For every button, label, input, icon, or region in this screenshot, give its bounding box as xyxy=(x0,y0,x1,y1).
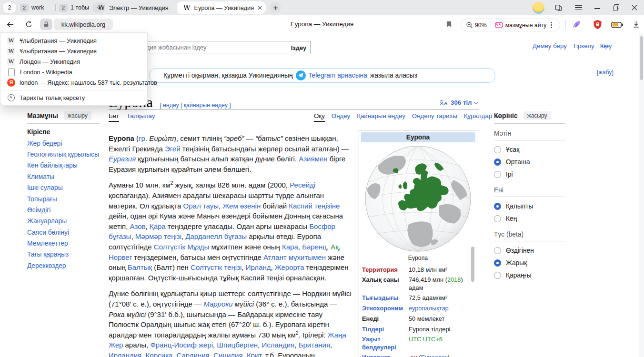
tab-electr[interactable]: W Электр — Уикипедия xyxy=(95,0,169,15)
radio-option[interactable]: Ұсақ xyxy=(494,143,565,156)
infobox-row-value: еуропалықтар xyxy=(409,305,474,313)
inner-scrollbar-thumb[interactable] xyxy=(471,247,474,282)
toc-header: Мазмұны xyxy=(27,112,58,119)
header-link[interactable]: Тіркелу xyxy=(573,42,594,50)
appearance-section-width: Ені Қалыпты Кең xyxy=(494,187,565,225)
toc-item[interactable]: Геологиялық құрылысы xyxy=(27,149,100,160)
toc-item[interactable]: Жануарлары xyxy=(27,216,100,227)
window-minimize-button[interactable] xyxy=(593,4,602,13)
toc-item[interactable]: Жер бедері xyxy=(27,138,100,149)
wiki-search-button[interactable]: Іздеу xyxy=(287,41,311,54)
page-tab[interactable]: Қайнарын өңдеу xyxy=(357,112,405,122)
radio-option[interactable]: Қараңғы xyxy=(494,269,565,281)
radio-icon xyxy=(494,171,501,178)
downloads-button[interactable] xyxy=(631,20,641,29)
infobox-row-label: Территория xyxy=(362,266,406,274)
banner-close-link[interactable]: [жабу] xyxy=(597,69,614,76)
read-aloud-button[interactable]: мазмұнын айту xyxy=(505,22,547,29)
zoom-level[interactable]: 90% xyxy=(475,22,487,29)
adblock-extension-button[interactable] xyxy=(592,19,603,30)
tab-europa-active[interactable]: W Еуропа — Уикипедия xyxy=(177,1,266,14)
radio-label: Орташа xyxy=(506,159,530,166)
languages-icon: A xyxy=(439,99,448,106)
article-paragraph: Аумағы 10 млн. км2 жуық, халқы 826 млн. … xyxy=(109,180,352,283)
back-arrow-icon xyxy=(6,20,15,29)
toc-item[interactable]: Кен байлықтары xyxy=(27,160,100,171)
header-link[interactable]: Демеу беру xyxy=(533,42,567,50)
appearance-panel: Көрініс жасыру Мәтін Ұсақ xyxy=(494,111,565,281)
bookmark-icon xyxy=(446,21,452,28)
tab-group-work[interactable]: 2 work xyxy=(20,2,44,13)
tab-group-toby[interactable]: 2 1 тобы xyxy=(59,2,89,13)
radio-option[interactable]: Ірі xyxy=(494,168,565,180)
title-divider xyxy=(109,109,479,110)
svg-text:A: A xyxy=(444,100,447,106)
toc-item[interactable]: Тағы қараңыз xyxy=(27,249,100,260)
toc-item[interactable]: Мемлекеттер xyxy=(27,238,100,249)
suggestion-item[interactable]: Ұлыбритания — Уикипедия xyxy=(0,46,147,56)
radio-option[interactable]: Орташа xyxy=(494,156,565,168)
article-paragraph: Дүние бөлігінің құрлықтағы қиыр шеттері:… xyxy=(109,288,352,357)
scrollbar-thumb[interactable] xyxy=(640,36,643,80)
pill-more-button[interactable] xyxy=(551,22,552,28)
scrollbar-track[interactable] xyxy=(639,33,644,357)
browser-menu-button[interactable] xyxy=(574,3,583,12)
toc-item[interactable]: Өсімдігі xyxy=(27,205,100,216)
window-maximize-button[interactable] xyxy=(612,3,620,12)
site-security-button[interactable] xyxy=(40,19,52,30)
language-selector[interactable]: A 306 тіл xyxy=(439,99,477,106)
back-button[interactable] xyxy=(5,20,15,29)
window-close-button[interactable] xyxy=(630,3,639,12)
title-edit-links[interactable]: [ өңдеу | қайнарын өңдеу ] xyxy=(160,102,231,109)
radio-option[interactable]: Өздігінен xyxy=(494,244,565,257)
telegram-channel-link[interactable]: Telegram арнасына xyxy=(309,72,367,79)
toc-item[interactable]: Ішкі сулары xyxy=(27,182,100,193)
toc-item[interactable]: Кіріспе xyxy=(27,127,100,138)
reload-button[interactable] xyxy=(24,20,33,29)
suggestion-item[interactable]: Ұлыбритания — Уикипедия xyxy=(0,35,147,46)
editor-extension-button[interactable] xyxy=(572,19,582,30)
show-full-history-item[interactable]: Тарихты толық көрсету xyxy=(0,92,147,103)
browser-toolbar: kk.wikipedia.org Еуропа — Уикипедия 90% … xyxy=(0,15,644,34)
close-tab-icon[interactable] xyxy=(258,6,262,10)
radio-label: Кең xyxy=(506,215,517,222)
infobox-row-label: Халық саны xyxy=(362,276,406,292)
zoom-out-icon[interactable] xyxy=(466,21,473,29)
radio-option[interactable]: Жарық xyxy=(494,257,565,269)
address-bar-domain[interactable]: kk.wikipedia.org xyxy=(54,19,113,30)
appearance-hide-button[interactable]: жасыру xyxy=(523,111,551,120)
hamburger-icon xyxy=(575,5,582,10)
page-tab[interactable]: Бет xyxy=(109,112,119,122)
side-panel-button[interactable] xyxy=(554,3,563,12)
page-tab[interactable]: Өңдеу xyxy=(332,112,350,122)
radio-option[interactable]: Қалыпты xyxy=(494,200,565,212)
tab-group-collapsed[interactable]: 2 xyxy=(3,2,16,13)
toc-item[interactable]: Саяси бөлінуі xyxy=(27,227,100,238)
radio-option[interactable]: Кең xyxy=(494,212,565,225)
table-of-contents: Мазмұны жасыру КіріспеЖер бедеріГеология… xyxy=(27,111,100,271)
suggestion-item[interactable]: london — Яндекс: нашлось 587 тыс. резуль… xyxy=(0,77,147,88)
toc-item[interactable]: Топырағы xyxy=(27,193,100,204)
europe-globe-image xyxy=(364,145,472,253)
show-history-label: Тарихты толық көрсету xyxy=(20,94,85,101)
profile-avatar[interactable] xyxy=(533,2,544,14)
bookmark-button[interactable] xyxy=(445,20,452,28)
infobox-image[interactable] xyxy=(361,145,475,253)
suggestion-item[interactable]: London - Wikipedia xyxy=(0,67,147,77)
toc-item[interactable]: Климаты xyxy=(27,171,100,182)
toc-hide-button[interactable]: жасыру xyxy=(64,111,91,120)
page-tab[interactable]: Құралдар xyxy=(464,112,498,122)
new-tab-button[interactable] xyxy=(270,2,281,13)
infobox-row-value: 72,5 адам/км² xyxy=(409,294,474,302)
wiki-more-menu[interactable]: ••• xyxy=(601,42,609,50)
infobox-row: Тығыздығы 72,5 адам/км² xyxy=(361,293,475,304)
suggestion-item[interactable]: Лондон — Уикипедия xyxy=(0,56,147,67)
battery-extension-button[interactable] xyxy=(611,21,624,28)
feather-icon xyxy=(572,20,582,29)
page-tab[interactable]: Талқылау xyxy=(127,112,155,122)
page-controls-pill: 90% мазмұнын айту xyxy=(461,19,560,31)
tab-group-count: 2 xyxy=(8,4,11,11)
page-tab[interactable]: Өңделу тарихы xyxy=(412,112,457,122)
page-tab[interactable]: Оқу xyxy=(314,112,325,122)
toc-item[interactable]: Дереккөздер xyxy=(27,260,100,271)
